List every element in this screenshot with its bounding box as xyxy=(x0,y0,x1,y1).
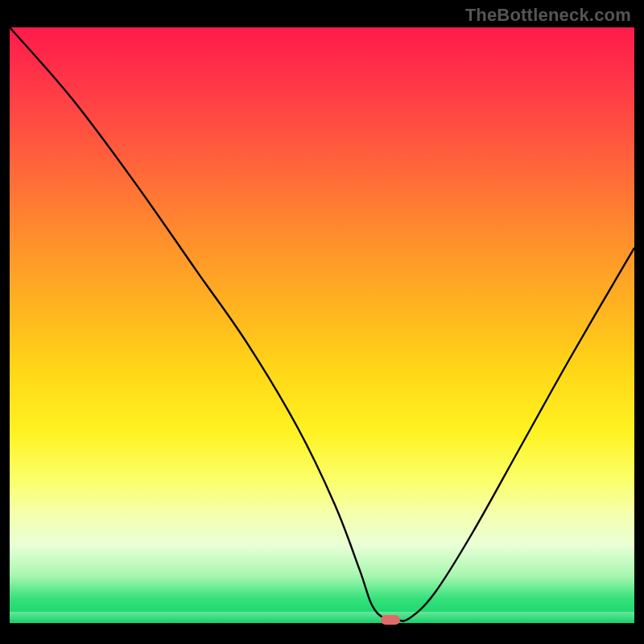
selected-point-marker xyxy=(381,615,400,625)
chart-frame: TheBottleneck.com xyxy=(0,0,644,644)
bottleneck-curve xyxy=(10,27,634,623)
watermark-text: TheBottleneck.com xyxy=(465,5,631,26)
curve-path xyxy=(10,27,634,621)
plot-area xyxy=(10,27,634,634)
x-axis-line xyxy=(10,623,634,625)
